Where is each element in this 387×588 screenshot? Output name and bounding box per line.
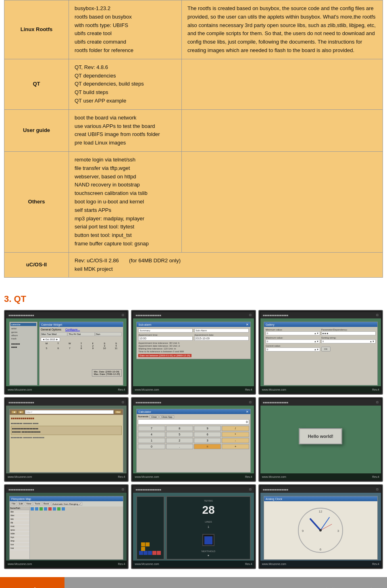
- table-row: Others remote login via telnet/ssh file …: [4, 151, 383, 252]
- row-content-others: remote login via telnet/ssh file transfe…: [69, 151, 182, 252]
- footer-right: Mcuzone®/专业开发板提供商: [64, 577, 387, 588]
- device-top-bar-6: ■■■■■■■■■■■■■■■ ⊡: [260, 399, 381, 406]
- row-content-qt: QT, Rev: 4.8.6 QT dependencies QT depend…: [69, 59, 182, 109]
- device-top-bar-5: ■■■■■■■■■■■■■■■ ⊡: [133, 399, 254, 406]
- table-row: QT QT, Rev: 4.8.6 QT dependencies QT dep…: [4, 59, 383, 109]
- device-content-3: Gallery Minimum value: 0▲▼ Parameter: [260, 318, 381, 393]
- screenshot-5: ■■■■■■■■■■■■■■■ ⊡ Calculator ✕ Numer: [131, 397, 256, 482]
- row-content-user-guide: boot the board via network use various A…: [69, 109, 182, 151]
- top-bar-right-9: ⊡: [376, 488, 379, 491]
- device-top-bar-8: ■■■■■■■■■■■■■■■ ⊡: [133, 486, 254, 493]
- device-top-bar-2: ■■■■■■■■■■■■■■■ ⊡: [133, 312, 254, 318]
- device-top-bar-4: ■■■■■■■■■■■■■■■ ⊡: [6, 399, 127, 406]
- top-bar-right-4: ⊡: [122, 401, 124, 404]
- row-desc-user-guide: [182, 109, 383, 151]
- svg-point-8: [319, 529, 322, 532]
- screenshots-grid: ■■■■■■■■■■■■■■■ ⊡ calendar artist genre …: [4, 310, 383, 569]
- top-bar-left-6: ■■■■■■■■■■■■■■■: [263, 401, 288, 404]
- row-desc-qt: [182, 59, 383, 109]
- row-label-qt: QT: [4, 59, 69, 109]
- qt-section: 3. QT ■■■■■■■■■■■■■■■ ⊡ calendar artist …: [0, 286, 387, 573]
- row-label-linux-rootfs: Linux Rootfs: [4, 0, 69, 59]
- screenshot-1: ■■■■■■■■■■■■■■■ ⊡ calendar artist genre …: [4, 310, 129, 395]
- bottom-bar-5: www.Mcuzone.com Rev.4: [133, 473, 254, 480]
- top-bar-left-1: ■■■■■■■■■■■■■■■: [8, 314, 34, 317]
- screenshot-8: ■■■■■■■■■■■■■■■ ⊡: [131, 484, 256, 569]
- row-content-ucos: Rev: uC/OS-II 2.86 (for 64MB DDR2 only) …: [69, 252, 383, 278]
- screenshot-2: ■■■■■■■■■■■■■■■ ⊡ Sub-alarm ✕ Summar: [131, 310, 256, 395]
- bottom-bar-1: www.Mcuzone.com Rev.4: [6, 386, 127, 393]
- svg-text:9: 9: [302, 529, 304, 533]
- device-frame-7: ■■■■■■■■■■■■■■■ ⊡ Filesystem Map File Ed…: [5, 485, 128, 568]
- top-bar-right-5: ⊡: [249, 401, 252, 404]
- top-bar-right-8: ⊡: [249, 488, 252, 491]
- bottom-bar-3: www.Mcuzone.com Rev.4: [260, 386, 381, 393]
- top-bar-left-8: ■■■■■■■■■■■■■■■: [135, 488, 161, 491]
- device-content-1: calendar artist genre album track ■■■■■■…: [6, 318, 127, 393]
- screenshot-7: ■■■■■■■■■■■■■■■ ⊡ Filesystem Map File Ed…: [4, 484, 129, 569]
- footer-section: CD data Mcuzone®/专业开发板提供商: [0, 577, 387, 588]
- device-top-bar-7: ■■■■■■■■■■■■■■■ ⊡: [6, 486, 127, 493]
- device-frame-5: ■■■■■■■■■■■■■■■ ⊡ Calculator ✕ Numer: [132, 398, 255, 481]
- device-content-8: TETRIS 28 LINES 1 NEXT/HOLD ■ www.Mc: [133, 493, 254, 567]
- screenshot-9: ■■■■■■■■■■■■■■■ ⊡ Analog Clock: [258, 484, 383, 569]
- row-desc-linux-rootfs: The rootfs is created based on busybox, …: [182, 0, 383, 59]
- bottom-bar-9: www.Mcuzone.com Rev.4: [260, 561, 381, 567]
- device-frame-4: ■■■■■■■■■■■■■■■ ⊡ ◄ ► http:// Go ■■■■■■■…: [5, 398, 128, 481]
- device-frame-2: ■■■■■■■■■■■■■■■ ⊡ Sub-alarm ✕ Summar: [132, 311, 255, 394]
- device-frame-6: ■■■■■■■■■■■■■■■ ⊡ Hello world! www.Mcuzo…: [259, 398, 382, 481]
- top-bar-left-5: ■■■■■■■■■■■■■■■: [135, 401, 161, 404]
- device-content-9: Analog Clock 12 3 6 9: [260, 493, 381, 567]
- footer-left: CD data: [0, 577, 64, 588]
- table-row: Linux Rootfs busybox-1.23.2 rootfs based…: [4, 0, 383, 59]
- screenshot-6: ■■■■■■■■■■■■■■■ ⊡ Hello world! www.Mcuzo…: [258, 397, 383, 482]
- top-bar-right-3: ⊡: [376, 314, 379, 317]
- features-table: Linux Rootfs busybox-1.23.2 rootfs based…: [4, 0, 383, 278]
- device-content-7: Filesystem Map File Edit View Tools Book…: [6, 493, 127, 567]
- device-frame-1: ■■■■■■■■■■■■■■■ ⊡ calendar artist genre …: [5, 311, 128, 394]
- bottom-bar-4: www.Mcuzone.com Rev.4: [6, 473, 127, 480]
- qt-heading: 3. QT: [4, 294, 383, 304]
- row-label-ucos: uC/OS-II: [4, 252, 69, 278]
- screenshot-3: ■■■■■■■■■■■■■■■ ⊡ Gallery Minim: [258, 310, 383, 395]
- row-label-user-guide: User guide: [4, 109, 69, 151]
- top-bar-left-2: ■■■■■■■■■■■■■■■: [135, 314, 161, 317]
- top-bar-right-7: ⊡: [122, 488, 124, 491]
- top-bar-right-2: ⊡: [249, 314, 252, 317]
- table-section: Linux Rootfs busybox-1.23.2 rootfs based…: [0, 0, 387, 286]
- svg-text:12: 12: [319, 510, 322, 513]
- top-bar-left-7: ■■■■■■■■■■■■■■■: [8, 488, 34, 491]
- device-top-bar-1: ■■■■■■■■■■■■■■■ ⊡: [6, 312, 127, 318]
- top-bar-left-4: ■■■■■■■■■■■■■■■: [8, 401, 34, 404]
- top-bar-left-9: ■■■■■■■■■■■■■■■: [263, 488, 288, 491]
- device-top-bar-9: ■■■■■■■■■■■■■■■ ⊡: [260, 486, 381, 493]
- bottom-bar-8: www.Mcuzone.com Rev.4: [133, 561, 254, 567]
- bottom-bar-2: www.Mcuzone.com Rev.4: [133, 386, 254, 393]
- device-frame-8: ■■■■■■■■■■■■■■■ ⊡: [132, 485, 255, 568]
- device-content-2: Sub-alarm ✕ Summary: Sub-Alarm Appointme…: [133, 318, 254, 393]
- row-label-others: Others: [4, 151, 69, 252]
- footer-cd-data-label: CD data: [15, 586, 49, 588]
- bottom-bar-7: www.Mcuzone.com Rev.4: [6, 561, 127, 567]
- device-top-bar-3: ■■■■■■■■■■■■■■■ ⊡: [260, 312, 381, 318]
- device-content-6: Hello world! www.Mcuzone.com Rev.4: [260, 406, 381, 480]
- bottom-bar-6: www.Mcuzone.com Rev.4: [260, 473, 381, 480]
- device-frame-9: ■■■■■■■■■■■■■■■ ⊡ Analog Clock: [259, 485, 382, 568]
- top-bar-right-6: ⊡: [376, 401, 379, 404]
- device-content-5: Calculator ✕ Numerals Clear Close App 0: [133, 406, 254, 480]
- row-content-linux-rootfs: busybox-1.23.2 rootfs based on busybox w…: [69, 0, 182, 59]
- table-row: User guide boot the board via network us…: [4, 109, 383, 151]
- device-frame-3: ■■■■■■■■■■■■■■■ ⊡ Gallery Minim: [259, 311, 382, 394]
- svg-text:6: 6: [320, 548, 322, 551]
- device-content-4: ◄ ► http:// Go ■■■■■■■■■■■■ ■■■■■■■■ ■■■…: [6, 406, 127, 480]
- table-row: uC/OS-II Rev: uC/OS-II 2.86 (for 64MB DD…: [4, 252, 383, 278]
- screenshot-4: ■■■■■■■■■■■■■■■ ⊡ ◄ ► http:// Go ■■■■■■■…: [4, 397, 129, 482]
- top-bar-right-1: ⊡: [122, 314, 124, 317]
- top-bar-left-3: ■■■■■■■■■■■■■■■: [263, 314, 288, 317]
- row-desc-others: [182, 151, 383, 252]
- svg-text:3: 3: [337, 529, 339, 533]
